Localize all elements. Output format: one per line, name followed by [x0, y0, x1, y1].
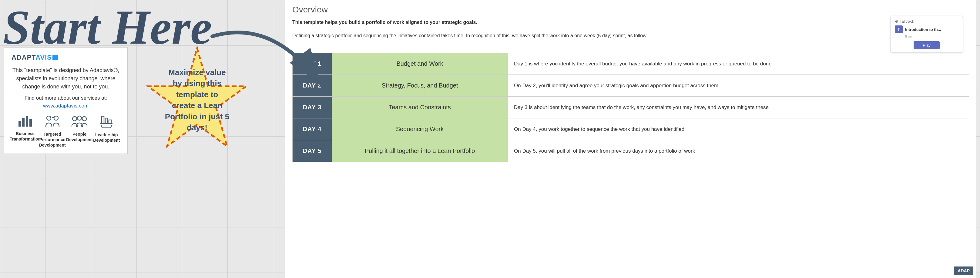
people-development-icon — [72, 115, 88, 130]
svg-rect-1 — [19, 121, 21, 126]
talltrack-header: ⚙ Talltrack — [895, 19, 958, 24]
talltrack-duration: 8 min — [905, 35, 958, 38]
overview-body-text-2: Defining a strategic portfolio and seque… — [292, 32, 747, 39]
adaptavis-find-text: Find out more about our services at: — [11, 95, 120, 101]
talltrack-t-icon: T — [895, 25, 903, 33]
activity-cell: Sequencing Work — [332, 118, 508, 140]
overview-section: Overview ⚙ Talltrack T Introduction to t… — [285, 0, 976, 278]
star-container: Maximize value by using this template to… — [127, 30, 267, 170]
business-transformation-label: BusinessTransformation — [10, 131, 41, 142]
activity-cell: Strategy, Focus, and Budget — [332, 75, 508, 96]
adaptavis-card: ADAPTAVIS This "teamplate" is designed b… — [4, 47, 128, 154]
targeted-performance-item: TargetedPerformanceDevelopment — [39, 115, 66, 148]
talltrack-preview: ⚙ Talltrack T Introduction to th... 8 mi… — [890, 16, 963, 53]
table-row: DAY 1 Budget and Work Day 1 is where you… — [293, 53, 969, 75]
table-row: DAY 3 Teams and Constraints Day 3 is abo… — [293, 96, 969, 118]
days-table-body: DAY 1 Budget and Work Day 1 is where you… — [293, 53, 969, 162]
business-transformation-icon — [18, 115, 32, 129]
leadership-development-item: LeadershipDevelopment — [93, 115, 120, 143]
day-label: DAY 3 — [293, 96, 332, 118]
svg-point-6 — [54, 116, 58, 120]
day-label: DAY 2 — [293, 75, 332, 96]
table-row: DAY 2 Strategy, Focus, and Budget On Day… — [293, 75, 969, 96]
logo-adapt-text: ADAPT — [11, 54, 35, 61]
star-shape: Maximize value by using this template to… — [143, 46, 252, 155]
people-development-label: PeopleDevelopment — [66, 131, 93, 142]
table-row: DAY 4 Sequencing Work On Day 4, you work… — [293, 118, 969, 140]
adap-button[interactable]: ADAP — [954, 267, 973, 275]
page-container: Start Here ADAPTAVIS This "teamplate" is… — [0, 0, 980, 278]
leadership-development-icon — [99, 115, 114, 130]
overview-body-text-1: This template helps you build a portfoli… — [292, 19, 747, 26]
desc-cell: Day 1 is where you identify the overall … — [508, 53, 969, 75]
business-transformation-item: BusinessTransformation — [11, 115, 39, 142]
svg-rect-2 — [22, 118, 25, 126]
leadership-development-label: LeadershipDevelopment — [93, 132, 120, 143]
days-table: DAY 1 Budget and Work Day 1 is where you… — [292, 53, 969, 162]
adaptavis-logo-text: ADAPTAVIS — [11, 54, 52, 62]
adaptavis-logo: ADAPTAVIS — [11, 54, 120, 62]
desc-cell: Day 3 is about identifying the teams tha… — [508, 96, 969, 118]
svg-point-9 — [77, 116, 81, 120]
overview-body-text-1-strong: This template helps you build a portfoli… — [292, 20, 477, 25]
svg-point-10 — [82, 117, 86, 121]
desc-cell: On Day 4, you work together to sequence … — [508, 118, 969, 140]
talltrack-label: Talltrack — [900, 19, 914, 24]
adaptavis-link[interactable]: www.adaptavis.com — [11, 103, 120, 109]
day-label: DAY 1 — [293, 53, 332, 75]
overview-title: Overview — [292, 5, 969, 14]
desc-cell: On Day 2, you'll identify and agree your… — [508, 75, 969, 96]
logo-box — [52, 55, 58, 60]
svg-rect-3 — [26, 116, 28, 126]
day-label: DAY 5 — [293, 140, 332, 162]
desc-cell: On Day 5, you will pull all of the work … — [508, 140, 969, 162]
adaptavis-description: This "teamplate" is designed by Adaptavi… — [11, 66, 120, 91]
activity-cell: Budget and Work — [332, 53, 508, 75]
targeted-performance-icon — [45, 115, 60, 130]
talltrack-video-title: Introduction to th... — [905, 27, 941, 32]
svg-line-7 — [52, 117, 53, 118]
talltrack-play-button[interactable]: Play — [913, 41, 939, 49]
talltrack-icon: ⚙ — [895, 19, 899, 24]
talltrack-title-row: T Introduction to th... — [895, 25, 958, 33]
targeted-performance-label: TargetedPerformanceDevelopment — [39, 131, 66, 148]
svg-rect-4 — [29, 119, 32, 126]
star-text: Maximize value by using this template to… — [164, 67, 231, 133]
activity-cell: Pulling it all together into a Lean Port… — [332, 140, 508, 162]
table-row: DAY 5 Pulling it all together into a Lea… — [293, 140, 969, 162]
svg-point-5 — [47, 116, 51, 120]
svg-point-8 — [72, 117, 77, 121]
people-development-item: PeopleDevelopment — [66, 115, 93, 142]
adaptavis-icons-row: BusinessTransformation TargetedPerforman… — [11, 115, 120, 148]
day-label: DAY 4 — [293, 118, 332, 140]
activity-cell: Teams and Constraints — [332, 96, 508, 118]
logo-avis-text: AVIS — [35, 54, 52, 61]
